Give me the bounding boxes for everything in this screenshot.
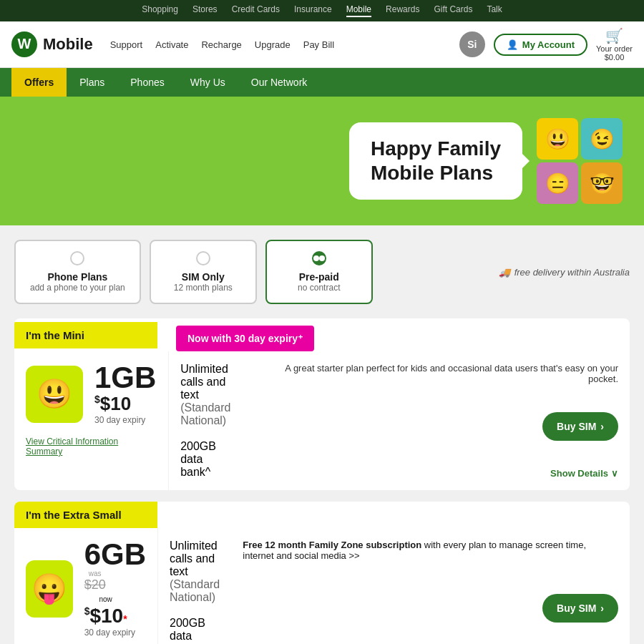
emoji-3: 😑 xyxy=(537,162,578,204)
plan-extra-small-now-price: $$10* xyxy=(84,603,127,628)
cart-area[interactable]: 🛒 Your order $0.00 xyxy=(596,27,633,62)
plan-extra-small-data-amount: 6GB xyxy=(84,540,146,570)
utility-insurance[interactable]: Insurance xyxy=(294,4,332,17)
my-account-button[interactable]: 👤 My Account xyxy=(494,34,587,56)
tab-our-network[interactable]: Our Network xyxy=(238,68,321,97)
plan-mini-show-details-button[interactable]: Show Details ∨ xyxy=(550,468,618,479)
plan-mini-label-bar: I'm the Mini xyxy=(14,322,157,348)
brand-name: Mobile xyxy=(43,35,93,54)
plan-extra-small-expiry: 30 day expiry xyxy=(84,628,146,638)
plan-mini-promo-bar: Now with 30 day expiry⁺ xyxy=(176,326,314,351)
plans-container: I'm the Mini Now with 30 day expiry⁺ 😃 1… xyxy=(0,318,644,644)
tab-phones[interactable]: Phones xyxy=(117,68,177,97)
prepaid-label: Pre-paid xyxy=(281,271,357,283)
buy-sim-mini-label: Buy SIM xyxy=(557,421,596,432)
plan-option-phone-plans[interactable]: Phone Plans add a phone to your plan xyxy=(14,240,141,304)
utility-rewards[interactable]: Rewards xyxy=(386,4,419,17)
my-account-label: My Account xyxy=(522,39,575,50)
plan-extra-small-was-price: $20 xyxy=(84,577,106,592)
main-header: W Mobile Support Activate Recharge Upgra… xyxy=(0,21,644,68)
emoji-2: 😉 xyxy=(581,118,623,160)
delivery-truck-icon: 🚚 xyxy=(499,267,510,278)
radio-phone-plans xyxy=(70,251,84,265)
plan-extra-small-info: 😛 6GB was $20 now $$10* xyxy=(14,528,157,644)
hero-title: Happy Family Mobile Plans xyxy=(371,137,501,185)
utility-mobile[interactable]: Mobile xyxy=(346,4,371,17)
prepaid-sub: no contract xyxy=(281,283,357,293)
plan-mini-info: 😃 1GB $$10 30 day expiry xyxy=(14,351,168,436)
plan-mini-card: I'm the Mini Now with 30 day expiry⁺ 😃 1… xyxy=(14,318,630,490)
nav-pay-bill[interactable]: Pay Bill xyxy=(303,39,334,50)
plan-extra-small-emoji: 😛 xyxy=(26,560,73,618)
nav-support[interactable]: Support xyxy=(110,39,143,50)
plan-mini-feature1: Unlimited calls and text(Standard Nation… xyxy=(180,363,230,427)
plan-mini-right: A great starter plan perfect for kids an… xyxy=(242,351,630,490)
logo-area: W Mobile xyxy=(11,31,93,57)
plan-mini-data-amount: 1GB xyxy=(94,363,156,393)
nav-upgrade[interactable]: Upgrade xyxy=(255,39,291,50)
tab-offers[interactable]: Offers xyxy=(11,68,67,97)
tab-plans[interactable]: Plans xyxy=(67,68,117,97)
utility-credit-cards[interactable]: Credit Cards xyxy=(232,4,280,17)
utility-shopping[interactable]: Shopping xyxy=(142,4,178,17)
plan-extra-small-right: Free 12 month Family Zone subscription w… xyxy=(231,528,630,644)
plan-option-sim-only[interactable]: SIM Only 12 month plans xyxy=(150,240,257,304)
phone-plans-label: Phone Plans xyxy=(30,271,125,283)
hero-banner: Happy Family Mobile Plans 😃 😉 😑 🤓 xyxy=(0,97,644,225)
plan-extra-small-card: I'm the Extra Small 😛 6GB was $20 now xyxy=(14,502,630,644)
plan-selector: Phone Plans add a phone to your plan SIM… xyxy=(0,225,644,318)
svg-text:W: W xyxy=(18,36,31,52)
emoji-4: 🤓 xyxy=(581,162,623,204)
delivery-label: free delivery within Australia xyxy=(514,267,630,278)
plan-mini-cis-link[interactable]: View Critical Information Summary xyxy=(14,436,168,465)
nav-recharge[interactable]: Recharge xyxy=(201,39,241,50)
person-icon: 👤 xyxy=(507,39,518,50)
plan-mini-description: A great starter plan perfect for kids an… xyxy=(253,363,618,384)
nav-activate[interactable]: Activate xyxy=(155,39,188,50)
plan-extra-small-feature1: Unlimited calls and text(Standard Nation… xyxy=(170,540,220,604)
delivery-info: 🚚 free delivery within Australia xyxy=(499,267,630,278)
plan-extra-small-data: 6GB was $20 now $$10* 30 day expiry xyxy=(84,540,146,638)
plan-extra-small-feature2: 200GB data bank^ xyxy=(170,617,220,644)
buy-sim-extra-small-label: Buy SIM xyxy=(557,602,596,614)
emoji-grid: 😃 😉 😑 🤓 xyxy=(537,118,623,204)
buy-sim-extra-small-arrow-icon: › xyxy=(600,602,604,614)
now-label: now xyxy=(99,595,112,603)
plan-mini-buy-button[interactable]: Buy SIM › xyxy=(542,412,618,441)
utility-stores[interactable]: Stores xyxy=(192,4,218,17)
plan-extra-small-left: 😛 6GB was $20 now $$10* xyxy=(14,528,157,644)
avatar: Si xyxy=(459,31,485,57)
header-nav: Support Activate Recharge Upgrade Pay Bi… xyxy=(110,39,334,50)
chevron-down-mini-icon: ∨ xyxy=(611,468,618,479)
utility-bar: Shopping Stores Credit Cards Insurance M… xyxy=(0,0,644,21)
plan-option-prepaid[interactable]: Pre-paid no contract xyxy=(265,240,373,304)
show-details-mini-label: Show Details xyxy=(550,468,608,479)
plan-extra-small-pricing: was $20 now $$10* xyxy=(84,570,146,628)
buy-sim-mini-arrow-icon: › xyxy=(600,421,604,432)
utility-talk[interactable]: Talk xyxy=(487,4,502,17)
plan-mini-left: 😃 1GB $$10 30 day expiry View Critical I… xyxy=(14,351,168,490)
plan-mini-feature2: 200GB data bank^ xyxy=(180,440,230,479)
sim-only-sub: 12 month plans xyxy=(165,283,241,293)
cart-value: $0.00 xyxy=(605,53,625,62)
was-label: was xyxy=(89,570,102,577)
radio-prepaid xyxy=(312,251,326,265)
plan-mini-data: 1GB $$10 30 day expiry xyxy=(94,363,156,425)
plan-extra-small-body: 😛 6GB was $20 now $$10* xyxy=(14,528,630,644)
phone-plans-sub: add a phone to your plan xyxy=(30,283,125,293)
plan-mini-body: 😃 1GB $$10 30 day expiry View Critical I… xyxy=(14,351,630,490)
plan-extra-small-free-sub: Free 12 month Family Zone subscription w… xyxy=(243,540,618,561)
utility-gift-cards[interactable]: Gift Cards xyxy=(434,4,472,17)
cart-icon: 🛒 xyxy=(605,27,623,44)
plan-mini-expiry: 30 day expiry xyxy=(94,415,156,425)
emoji-1: 😃 xyxy=(537,118,578,160)
plan-extra-small-buy-button[interactable]: Buy SIM › xyxy=(542,594,618,623)
hero-speech-bubble: Happy Family Mobile Plans xyxy=(349,122,522,199)
radio-sim-only xyxy=(196,251,210,265)
plan-mini-center: Unlimited calls and text(Standard Nation… xyxy=(168,351,242,490)
cart-order-label: Your order xyxy=(596,44,633,53)
plan-extra-small-label-bar: I'm the Extra Small xyxy=(14,502,157,528)
plan-mini-price: $$10 xyxy=(94,393,156,415)
tab-why-us[interactable]: Why Us xyxy=(177,68,238,97)
plan-mini-emoji: 😃 xyxy=(26,366,83,423)
